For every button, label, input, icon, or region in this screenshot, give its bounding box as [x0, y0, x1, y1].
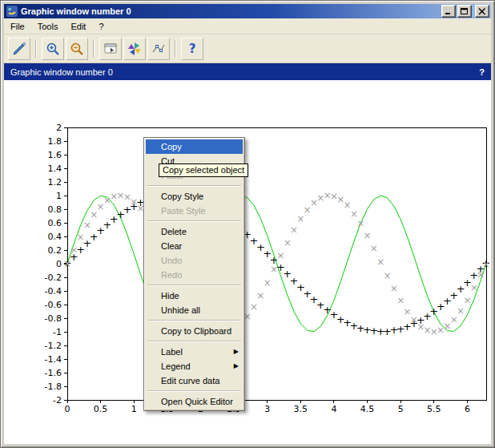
- svg-text:×: ×: [376, 256, 384, 268]
- x-tick-label: 3.5: [294, 404, 308, 414]
- svg-text:×: ×: [457, 305, 465, 317]
- menu-item-delete[interactable]: Delete: [146, 224, 243, 239]
- datatips-button[interactable]: [147, 38, 170, 60]
- minimize-button[interactable]: [441, 5, 456, 18]
- menu-separator: [147, 320, 241, 321]
- menu-edit[interactable]: Edit: [64, 20, 92, 33]
- menu-help[interactable]: ?: [92, 20, 110, 33]
- menu-item-label: Clear: [161, 241, 182, 251]
- svg-text:×: ×: [250, 301, 258, 313]
- y-tick-label: -0.2: [45, 272, 62, 283]
- menu-item-legend[interactable]: Legend▶: [146, 359, 243, 373]
- y-tick-label: 0.2: [48, 245, 62, 256]
- menu-item-undo: Undo: [146, 253, 243, 268]
- y-tick-label: -0.8: [45, 313, 62, 324]
- menu-item-label[interactable]: Label▶: [146, 345, 243, 359]
- menu-item-label: Legend: [161, 361, 191, 371]
- svg-text:?: ?: [189, 42, 196, 56]
- menu-item-label: Unhide all: [161, 305, 200, 315]
- svg-text:×: ×: [463, 295, 471, 306]
- y-tick-label: -1.6: [45, 368, 62, 378]
- menu-item-label: Redo: [161, 270, 182, 280]
- menu-item-copy-to-clipboard[interactable]: Copy to Clipboard: [146, 324, 243, 338]
- tooltip: Copy selected object: [159, 163, 248, 177]
- x-tick-label: 6: [465, 404, 470, 414]
- infobar: Graphic window number 0 ?: [4, 63, 491, 80]
- svg-text:×: ×: [384, 270, 392, 281]
- y-tick-label: -1: [53, 327, 62, 337]
- menu-item-label: Hide: [161, 291, 179, 301]
- toolbar-separator: [93, 40, 95, 58]
- menu-item-edit-curve-data[interactable]: Edit curve data: [146, 373, 243, 388]
- x-tick-label: 5: [398, 404, 404, 414]
- menu-item-clear[interactable]: Clear: [146, 239, 243, 253]
- plot-canvas[interactable]: 00.511.522.533.544.555.5621.81.61.41.210…: [4, 80, 491, 444]
- x-tick-label: 3: [264, 404, 270, 414]
- menu-item-label: Copy to Clipboard: [161, 326, 231, 336]
- y-tick-label: -0.4: [45, 286, 62, 297]
- svg-text:×: ×: [477, 269, 485, 281]
- menu-item-copy-style[interactable]: Copy Style: [146, 189, 243, 204]
- figure-editor-icon: [103, 41, 119, 57]
- zoom-out-button[interactable]: [66, 38, 88, 60]
- svg-text:×: ×: [70, 244, 78, 256]
- menubar: File Tools Edit ?: [4, 18, 491, 34]
- menu-item-copy[interactable]: Copy: [146, 139, 243, 154]
- x-tick-label: 1: [131, 404, 137, 414]
- close-icon: [478, 8, 486, 15]
- toolbar-separator: [35, 40, 37, 58]
- svg-text:×: ×: [83, 220, 91, 231]
- menu-item-hide[interactable]: Hide: [146, 289, 243, 303]
- help-button[interactable]: ?: [181, 38, 203, 60]
- export-button[interactable]: [8, 38, 30, 60]
- svg-text:×: ×: [270, 264, 278, 275]
- y-tick-label: 0: [56, 259, 62, 269]
- menu-item-unhide-all[interactable]: Unhide all: [146, 303, 243, 317]
- svg-text:×: ×: [470, 282, 478, 293]
- menu-item-label: Undo: [161, 256, 182, 265]
- svg-text:×: ×: [284, 237, 292, 248]
- zoom-in-button[interactable]: [42, 38, 64, 60]
- menu-item-label: Paste Style: [161, 206, 206, 216]
- menu-item-label: Copy Style: [161, 192, 203, 201]
- menu-tools[interactable]: Tools: [31, 20, 65, 33]
- svg-text:×: ×: [396, 295, 404, 306]
- y-tick-label: 2: [56, 123, 62, 133]
- menu-item-open-quick-editor[interactable]: Open Quick Editor: [146, 394, 243, 409]
- maximize-button[interactable]: [457, 5, 472, 18]
- menu-item-label: Open Quick Editor: [161, 397, 233, 406]
- y-tick-label: 1.8: [48, 136, 62, 147]
- submenu-arrow-icon: ▶: [234, 345, 239, 359]
- svg-text:×: ×: [77, 232, 85, 243]
- toolbar: ?: [4, 34, 491, 63]
- y-tick-label: -1.8: [45, 381, 62, 392]
- figure-editor-button[interactable]: [99, 38, 122, 60]
- titlebar[interactable]: Graphic window number 0: [4, 4, 491, 18]
- datatips-icon: [151, 41, 167, 57]
- y-tick-label: 0.8: [48, 204, 62, 215]
- infobar-help-toggle[interactable]: ?: [479, 67, 485, 77]
- menu-separator: [147, 390, 241, 392]
- menu-item-label: Edit curve data: [161, 376, 219, 385]
- close-button[interactable]: [475, 5, 489, 18]
- x-tick-label: 4: [331, 404, 336, 414]
- svg-text:×: ×: [290, 224, 298, 236]
- zoom-out-icon: [69, 41, 85, 57]
- menu-file[interactable]: File: [4, 20, 31, 33]
- menu-separator: [147, 220, 241, 222]
- svg-text:×: ×: [264, 277, 272, 289]
- x-tick-label: 5.5: [427, 404, 441, 414]
- menu-item-label: Copy: [161, 142, 182, 151]
- scilab-icon: [6, 6, 18, 17]
- rotate-3d-icon: [127, 41, 143, 57]
- menu-item-label: Delete: [161, 227, 187, 236]
- help-icon: ?: [184, 41, 200, 57]
- plot-svg: 00.511.522.533.544.555.5621.81.61.41.210…: [4, 80, 491, 444]
- x-tick-label: 4.5: [360, 404, 375, 414]
- toolbar-separator: [175, 40, 176, 58]
- rotate-3d-button[interactable]: [123, 38, 146, 60]
- svg-text:×: ×: [276, 250, 284, 261]
- menu-item-paste-style: Paste Style: [146, 204, 243, 218]
- y-tick-label: -2: [53, 395, 62, 406]
- y-tick-label: 1.4: [48, 163, 62, 174]
